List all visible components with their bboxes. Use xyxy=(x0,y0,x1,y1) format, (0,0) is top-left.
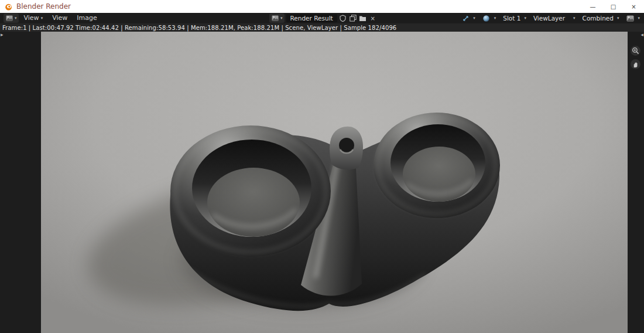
toolbar-expand-arrow[interactable]: ▸ xyxy=(1,32,4,38)
shading-sphere-dropdown[interactable]: ▾ xyxy=(481,14,498,22)
chevron-down-icon: ▾ xyxy=(617,16,619,21)
chevron-down-icon: ▾ xyxy=(41,16,43,21)
chevron-down-icon: ▾ xyxy=(524,16,526,21)
chevron-down-icon: ▾ xyxy=(494,16,496,21)
render-result-image[interactable] xyxy=(41,32,628,333)
open-folder-icon[interactable] xyxy=(359,14,367,22)
image-editor-icon xyxy=(5,14,13,22)
menu-view[interactable]: View xyxy=(48,13,71,23)
arrows-icon xyxy=(461,14,470,22)
chevron-down-icon: ▾ xyxy=(473,16,475,21)
zoom-tool-button[interactable] xyxy=(631,46,640,56)
magnifier-icon xyxy=(632,47,639,55)
display-channels-dropdown[interactable]: ▾ xyxy=(624,14,642,22)
blender-logo-icon xyxy=(4,2,13,11)
gizmo-arrows-dropdown[interactable]: ▾ xyxy=(460,14,477,22)
hand-icon xyxy=(632,60,639,68)
sphere-icon xyxy=(482,14,491,22)
mode-dropdown-view[interactable]: View▾ xyxy=(20,13,47,23)
image-name-field[interactable]: Render Result xyxy=(286,14,337,22)
titlebar-left: Blender Render xyxy=(0,2,71,11)
menu-image[interactable]: Image xyxy=(73,13,101,23)
image-datablock-group: ▾ Render Result × xyxy=(269,14,377,22)
sidebar-expand-arrow[interactable]: ◂ xyxy=(640,32,643,38)
pan-tool-button[interactable] xyxy=(631,59,640,69)
render-stats-text: Frame:1 | Last:00:47.92 Time:02:44.42 | … xyxy=(2,25,396,31)
chevron-down-icon: ▾ xyxy=(573,16,576,21)
chevron-down-icon: ▾ xyxy=(280,16,283,21)
viewport-side-tools xyxy=(631,46,640,69)
image-editor-header: ▾ View▾ View Image ▾ xyxy=(0,13,644,23)
blender-render-window: Blender Render — □ × ▾ View▾ xyxy=(0,0,644,333)
unlink-x-icon[interactable]: × xyxy=(369,14,377,22)
close-button[interactable]: × xyxy=(624,0,644,13)
image-editor-area: ▸ ◂ xyxy=(0,32,644,333)
render-info-bar: Frame:1 | Last:00:47.92 Time:02:44.42 | … xyxy=(0,23,644,32)
window-controls: — □ × xyxy=(583,0,644,13)
header-right: ▾ ▾ xyxy=(460,13,642,23)
fake-user-shield-icon[interactable] xyxy=(339,14,347,22)
new-image-icon[interactable] xyxy=(349,14,357,22)
view-layer-dropdown[interactable]: ViewLayer ▾ xyxy=(532,15,577,22)
window-title: Blender Render xyxy=(16,2,71,11)
header-left: ▾ View▾ View Image xyxy=(0,13,101,23)
display-channels-icon xyxy=(626,14,634,22)
editor-type-dropdown[interactable]: ▾ xyxy=(4,13,19,23)
chevron-down-icon: ▾ xyxy=(15,16,17,21)
render-pass-dropdown[interactable]: Combined ▾ xyxy=(581,15,621,22)
chevron-down-icon: ▾ xyxy=(638,16,640,21)
browse-image-dropdown[interactable]: ▾ xyxy=(269,13,285,23)
titlebar: Blender Render — □ × xyxy=(0,0,644,13)
minimize-button[interactable]: — xyxy=(583,0,603,13)
render-slot-dropdown[interactable]: Slot 1 ▾ xyxy=(501,15,528,22)
maximize-button[interactable]: □ xyxy=(603,0,624,13)
image-icon xyxy=(271,14,279,22)
